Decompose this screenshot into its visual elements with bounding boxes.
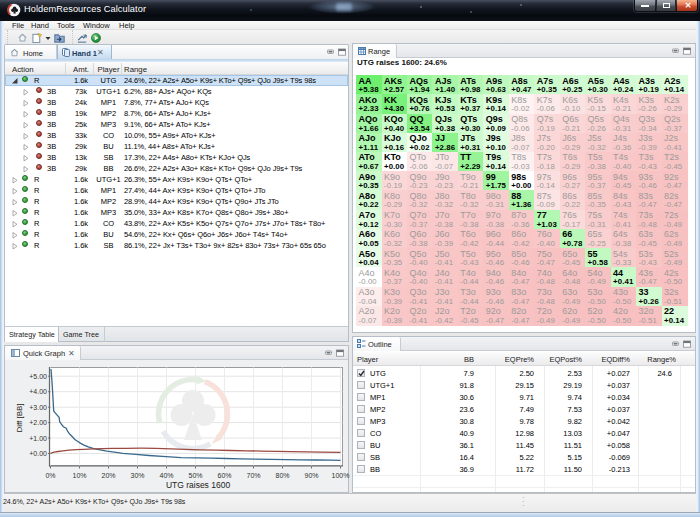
svg-text:50%: 50% bbox=[188, 472, 202, 479]
svg-text:40%: 40% bbox=[159, 472, 173, 479]
svg-text:20%: 20% bbox=[101, 472, 115, 479]
svg-text:30%: 30% bbox=[130, 472, 144, 479]
svg-text:+2.00: +2.00 bbox=[29, 419, 47, 426]
svg-text:+0.00: +0.00 bbox=[29, 450, 47, 457]
svg-text:10%: 10% bbox=[72, 472, 86, 479]
svg-text:+1.00: +1.00 bbox=[29, 435, 47, 442]
svg-text:0%: 0% bbox=[45, 472, 55, 479]
svg-text:90%: 90% bbox=[304, 472, 318, 479]
svg-text:70%: 70% bbox=[246, 472, 260, 479]
svg-text:+5.00: +5.00 bbox=[29, 373, 47, 380]
svg-text:UTG raises 1600: UTG raises 1600 bbox=[166, 480, 231, 490]
svg-text:+4.00: +4.00 bbox=[29, 388, 47, 395]
svg-text:100%: 100% bbox=[332, 472, 350, 479]
svg-text:Diff [BB]: Diff [BB] bbox=[15, 403, 24, 432]
svg-text:+3.00: +3.00 bbox=[29, 404, 47, 411]
svg-text:80%: 80% bbox=[275, 472, 289, 479]
svg-text:60%: 60% bbox=[217, 472, 231, 479]
